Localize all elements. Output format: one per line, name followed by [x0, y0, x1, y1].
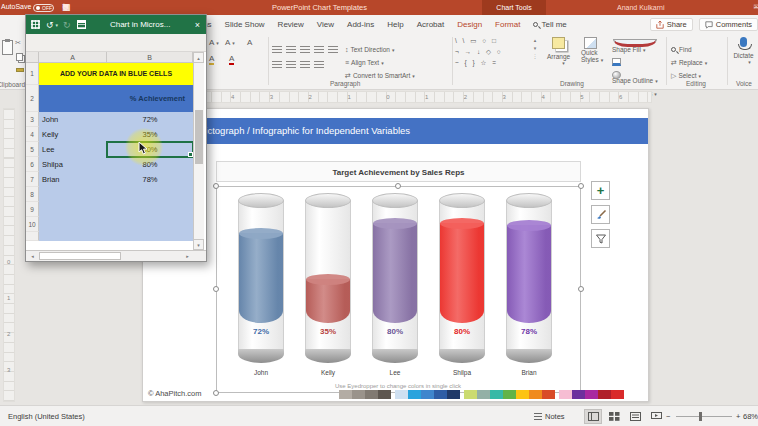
excel-data-window[interactable]: ↺▾ ↻ Chart in Micros... × A B ▴ 1 2 ADD …	[25, 14, 207, 262]
excel-sheet[interactable]: A B ▴ 1 2 ADD YOUR DATA IN BLUE CELLS % …	[26, 52, 206, 261]
column-header-a[interactable]: A	[39, 52, 107, 63]
value-cell[interactable]: 78%	[107, 172, 193, 187]
name-cell[interactable]: Lee	[39, 142, 107, 157]
autosave-toggle[interactable]: OFF	[33, 4, 54, 12]
color-swatch[interactable]	[447, 390, 460, 399]
tab-view[interactable]: View	[317, 20, 334, 29]
excel-undo-icon[interactable]: ↺	[46, 20, 54, 30]
dictate-button[interactable]: Dictate ▾	[729, 37, 758, 65]
selection-handle[interactable]	[395, 183, 401, 189]
color-swatch[interactable]	[559, 390, 572, 399]
cylinder-john[interactable]: 72%John	[238, 193, 284, 389]
tab-tell-me[interactable]: Tell me	[533, 20, 566, 29]
color-swatch[interactable]	[572, 390, 585, 399]
name-cell[interactable]	[39, 217, 107, 232]
row-number[interactable]: 4	[26, 127, 39, 142]
color-swatch[interactable]	[542, 390, 555, 399]
row-number[interactable]: 3	[26, 112, 39, 127]
format-painter-icon[interactable]	[16, 68, 24, 72]
name-cell[interactable]: Kelly	[39, 127, 107, 142]
zoom-in-icon[interactable]: +	[736, 406, 740, 426]
shapes-gallery[interactable]: \ \ ▭ ○ □ ¬ → ↓ ◇ ○ ~ { } ☆ =	[455, 35, 503, 68]
comments-button[interactable]: Comments	[699, 18, 758, 31]
align-icons[interactable]	[272, 55, 328, 73]
vertical-scroll-thumb[interactable]	[195, 110, 203, 164]
row-number[interactable]: 7	[26, 172, 39, 187]
cylinder-lee[interactable]: 80%Lee	[372, 193, 418, 389]
arrange-button[interactable]: Arrange ▾	[547, 37, 570, 66]
paste-icon[interactable]	[2, 40, 13, 55]
selection-handle[interactable]	[213, 183, 219, 189]
color-swatch[interactable]	[529, 390, 542, 399]
chart-filters-button[interactable]	[591, 229, 610, 248]
slide-canvas[interactable]: Pictograph / Infographic for Independent…	[142, 108, 649, 402]
row-header-1[interactable]: 1	[26, 63, 39, 85]
color-swatch[interactable]	[408, 390, 421, 399]
cylinder-kelly[interactable]: 35%Kelly	[305, 193, 351, 389]
zoom-level[interactable]: 68%	[743, 406, 758, 426]
highlight-icon[interactable]: A	[209, 54, 214, 65]
header-cell-b2[interactable]: % Achievement	[39, 85, 193, 112]
name-cell[interactable]	[39, 187, 107, 202]
language-status[interactable]: English (United States)	[8, 406, 85, 426]
cylinder-shilpa[interactable]: 80%Shilpa	[439, 193, 485, 389]
color-swatch[interactable]	[352, 390, 365, 399]
color-swatch[interactable]	[516, 390, 529, 399]
color-swatch[interactable]	[365, 390, 378, 399]
slideshow-view-button[interactable]	[647, 409, 665, 424]
tab-review[interactable]: Review	[278, 20, 304, 29]
notes-button[interactable]: Notes	[534, 406, 565, 426]
excel-redo-icon[interactable]: ↻	[63, 20, 71, 30]
color-swatch[interactable]	[585, 390, 598, 399]
cut-icon[interactable]: ✂	[15, 39, 21, 47]
row-header-11[interactable]	[26, 232, 39, 241]
selection-handle[interactable]	[578, 286, 584, 292]
value-cell[interactable]	[107, 202, 193, 217]
scroll-right-icon[interactable]: ▸	[182, 251, 193, 262]
user-name[interactable]: Anand Kulkarni	[617, 4, 664, 11]
name-cell[interactable]: John	[39, 112, 107, 127]
scroll-down-icon[interactable]: ▾	[193, 239, 204, 250]
column-header-b[interactable]: B	[107, 52, 193, 63]
customize-qat-icon[interactable]: ⋮	[62, 2, 71, 12]
color-swatch[interactable]	[598, 390, 611, 399]
share-button[interactable]: Share	[650, 18, 693, 31]
horizontal-ruler[interactable]: 43210123456	[142, 91, 652, 103]
copy-icon[interactable]	[16, 53, 23, 61]
font-color-icon[interactable]: A	[229, 54, 234, 65]
row-number[interactable]: 6	[26, 157, 39, 172]
excel-title-bar[interactable]: ↺▾ ↻ Chart in Micros... ×	[26, 15, 206, 34]
row-number[interactable]: 8	[26, 187, 39, 202]
value-cell[interactable]	[107, 187, 193, 202]
value-cell[interactable]	[107, 217, 193, 232]
name-cell[interactable]: Brian	[39, 172, 107, 187]
tab-acrobat[interactable]: Acrobat	[417, 20, 445, 29]
scroll-up-icon[interactable]: ▴	[193, 52, 204, 63]
color-swatch[interactable]	[378, 390, 391, 399]
chart-tools-context-tab[interactable]: Chart Tools	[482, 0, 546, 15]
reading-view-button[interactable]	[626, 409, 644, 424]
chart-elements-button[interactable]: +	[591, 181, 610, 200]
tab-design[interactable]: Design	[457, 20, 482, 29]
row-header-2[interactable]: 2	[26, 85, 39, 112]
tab-slide-show[interactable]: Slide Show	[225, 20, 265, 29]
normal-view-button[interactable]	[584, 409, 602, 424]
selection-handle[interactable]	[213, 286, 219, 292]
chart-title[interactable]: Target Achievement by Sales Reps	[216, 161, 581, 182]
shrink-font-icon[interactable]: A▾	[225, 38, 235, 47]
gallery-scroll[interactable]: ▴▾⋮	[531, 36, 539, 60]
slide-title-bar[interactable]: Pictograph / Infographic for Independent…	[143, 118, 648, 144]
zoom-slider-track[interactable]	[676, 416, 732, 417]
close-icon[interactable]: ×	[754, 2, 758, 11]
chart-styles-button[interactable]	[591, 205, 610, 224]
zoom-out-icon[interactable]: −	[666, 406, 670, 426]
slide-sorter-view-button[interactable]	[605, 409, 623, 424]
grow-font-icon[interactable]: A▾	[209, 38, 219, 47]
tab-help[interactable]: Help	[387, 20, 403, 29]
color-swatch[interactable]	[490, 390, 503, 399]
row-number[interactable]: 9	[26, 202, 39, 217]
color-swatch[interactable]	[434, 390, 447, 399]
tab-add-ins[interactable]: Add-ins	[347, 20, 374, 29]
row-number[interactable]: 5	[26, 142, 39, 157]
cylinder-brian[interactable]: 78%Brian	[506, 193, 552, 389]
